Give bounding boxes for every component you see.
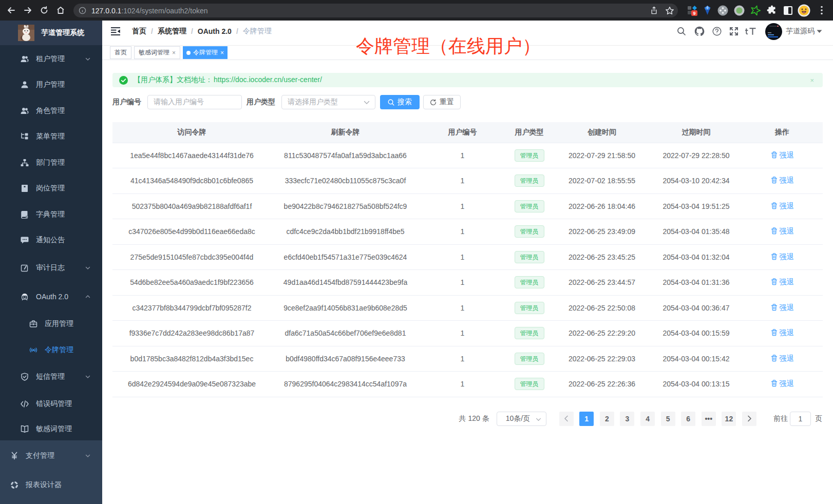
svg-text:9: 9 <box>693 11 695 16</box>
